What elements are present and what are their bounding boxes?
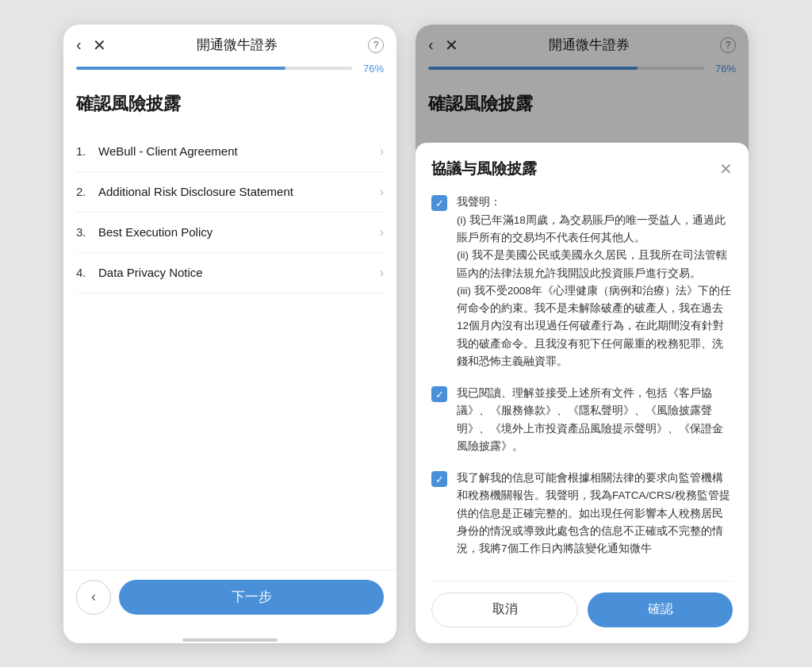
modal-body: ✓ 我聲明： (i) 我已年滿18周歲，為交易賬戶的唯一受益人，通過此賬戶所有的… <box>431 194 733 580</box>
chevron-right-icon: › <box>380 266 384 280</box>
modal-section-3: ✓ 我了解我的信息可能會根據相關法律的要求向監管機構和稅務機關報告。我聲明，我為… <box>431 470 733 558</box>
checkbox-3[interactable]: ✓ <box>431 471 447 487</box>
list-item[interactable]: 4. Data Privacy Notice › <box>76 253 384 293</box>
item-text: Additional Risk Disclosure Statement <box>98 185 293 198</box>
left-screen: ‹ ✕ 開通微牛證券 ? 76% 確認風險披露 1. <box>63 25 396 643</box>
left-list: 1. WeBull - Client Agreement › 2. Additi… <box>76 132 384 293</box>
modal-footer: 取消 確認 <box>431 581 733 643</box>
right-screen: ‹ ✕ 開通微牛證券 ? 76% 確認風險披露 1. <box>416 25 749 643</box>
list-item[interactable]: 2. Additional Risk Disclosure Statement … <box>76 172 384 213</box>
help-icon[interactable]: ? <box>368 37 384 53</box>
progress-track <box>76 67 352 70</box>
modal-overlay: 協議与風險披露 ✕ ✓ 我聲明： (i) 我已年滿18周歲，為交易賬戶的唯一受益… <box>416 25 749 643</box>
chevron-right-icon: › <box>380 144 384 159</box>
modal-sheet: 協議与風險披露 ✕ ✓ 我聲明： (i) 我已年滿18周歲，為交易賬戶的唯一受益… <box>416 143 749 642</box>
back-arrow-icon: ‹ <box>91 588 96 605</box>
left-page-title: 確認風險披露 <box>76 92 384 116</box>
back-button[interactable]: ‹ <box>76 580 111 615</box>
check-icon: ✓ <box>435 389 444 401</box>
check-icon: ✓ <box>435 473 444 485</box>
list-item[interactable]: 3. Best Execution Policy › <box>76 213 384 253</box>
item-text: Best Execution Policy <box>98 225 213 239</box>
left-bottom-bar: ‹ 下一步 <box>63 569 396 634</box>
modal-text-2: 我已閱讀、理解並接受上述所有文件，包括《客戶協議》、《服務條款》、《隱私聲明》、… <box>457 385 733 455</box>
item-number: 3. <box>76 225 90 239</box>
modal-header: 協議与風險披露 ✕ <box>431 159 733 179</box>
progress-fill <box>76 67 285 70</box>
progress-bar-container: 76% <box>63 63 396 79</box>
item-number: 2. <box>76 185 90 198</box>
modal-title: 協議与風險披露 <box>431 159 537 179</box>
modal-section-1: ✓ 我聲明： (i) 我已年滿18周歲，為交易賬戶的唯一受益人，通過此賬戶所有的… <box>431 194 733 370</box>
chevron-right-icon: › <box>380 185 384 199</box>
progress-label: 76% <box>358 63 384 75</box>
left-page-content: 確認風險披露 1. WeBull - Client Agreement › 2.… <box>63 79 396 569</box>
confirm-button[interactable]: 確認 <box>588 592 733 627</box>
close-icon[interactable]: ✕ <box>93 36 106 55</box>
chevron-right-icon: › <box>380 225 384 240</box>
checkbox-1[interactable]: ✓ <box>431 195 447 211</box>
next-button[interactable]: 下一步 <box>119 580 384 615</box>
left-header: ‹ ✕ 開通微牛證券 ? <box>63 25 396 63</box>
checkbox-2[interactable]: ✓ <box>431 386 447 402</box>
item-text: Data Privacy Notice <box>98 266 203 279</box>
item-number: 1. <box>76 144 90 158</box>
home-indicator <box>182 638 278 642</box>
item-text: WeBull - Client Agreement <box>98 144 238 158</box>
modal-close-button[interactable]: ✕ <box>719 159 733 178</box>
item-number: 4. <box>76 266 90 279</box>
modal-text-3: 我了解我的信息可能會根據相關法律的要求向監管機構和稅務機關報告。我聲明，我為FA… <box>457 470 733 558</box>
left-header-title: 開通微牛證券 <box>106 36 368 54</box>
modal-text-1: 我聲明： (i) 我已年滿18周歲，為交易賬戶的唯一受益人，通過此賬戶所有的交易… <box>457 194 733 370</box>
list-item[interactable]: 1. WeBull - Client Agreement › <box>76 132 384 172</box>
modal-section-2: ✓ 我已閱讀、理解並接受上述所有文件，包括《客戶協議》、《服務條款》、《隱私聲明… <box>431 385 733 455</box>
back-icon[interactable]: ‹ <box>76 36 82 54</box>
cancel-button[interactable]: 取消 <box>431 592 578 627</box>
check-icon: ✓ <box>435 197 444 209</box>
